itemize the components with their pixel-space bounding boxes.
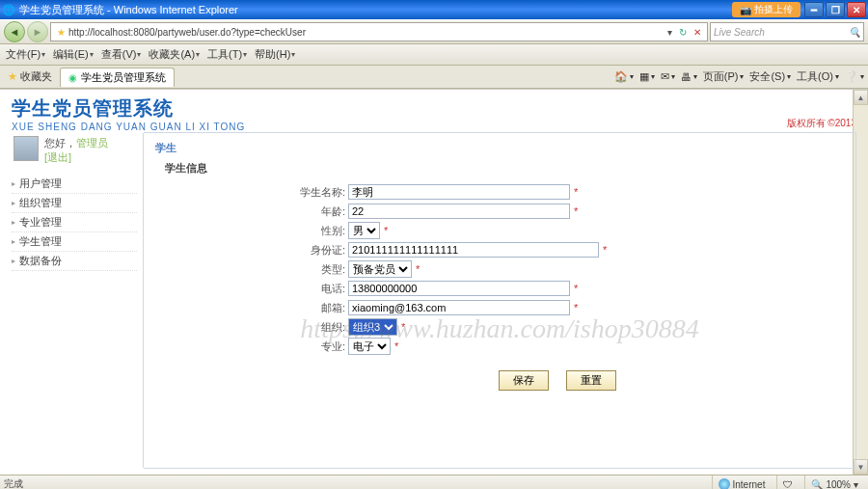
- ie-icon: 🌐: [2, 3, 15, 16]
- save-button[interactable]: 保存: [499, 370, 549, 391]
- label-major: 专业:: [271, 340, 348, 354]
- help-icon[interactable]: ❔▾: [845, 70, 864, 83]
- select-org[interactable]: 组织3: [348, 318, 397, 336]
- close-button[interactable]: ✕: [847, 2, 866, 17]
- address-bar[interactable]: ★ http://localhost:8080/partyweb/user.do…: [50, 22, 708, 41]
- input-idcard[interactable]: [348, 242, 599, 258]
- browser-tab[interactable]: ◉ 学生党员管理系统: [60, 68, 175, 87]
- minimize-button[interactable]: ━: [804, 2, 824, 17]
- app-header: 学生党员管理系统 XUE SHENG DANG YUAN GUAN LI XI …: [0, 90, 868, 132]
- search-placeholder: Live Search: [714, 27, 765, 38]
- chevron-right-icon: ▸: [12, 257, 15, 265]
- globe-icon: [719, 478, 730, 489]
- select-major[interactable]: 电子: [348, 338, 391, 355]
- window-titlebar: 🌐 学生党员管理系统 - Windows Internet Explorer 📷…: [0, 0, 868, 19]
- chevron-right-icon: ▸: [12, 218, 15, 227]
- menu-tools[interactable]: 工具(T)▾: [207, 47, 247, 62]
- upload-badge[interactable]: 📷 拍摄上传: [732, 2, 800, 17]
- menu-file[interactable]: 文件(F)▾: [6, 47, 45, 62]
- star-icon: ★: [8, 70, 17, 83]
- label-phone: 电话:: [271, 282, 348, 296]
- tab-title: 学生党员管理系统: [81, 70, 166, 85]
- ie-menu-row: 文件(F)▾ 编辑(E)▾ 查看(V)▾ 收藏夹(A)▾ 工具(T)▾ 帮助(H…: [0, 44, 868, 66]
- reset-button[interactable]: 重置: [566, 370, 616, 391]
- label-age: 年龄:: [271, 204, 348, 219]
- scroll-up-icon[interactable]: ▲: [854, 90, 868, 105]
- menu-favorites[interactable]: 收藏夹(A)▾: [149, 47, 200, 62]
- print-icon[interactable]: 🖶▾: [681, 71, 697, 83]
- nav-user-mgmt[interactable]: ▸用户管理: [12, 175, 137, 194]
- app-title-cn: 学生党员管理系统: [12, 95, 245, 122]
- search-box[interactable]: Live Search 🔍: [710, 22, 864, 41]
- page-viewport: ▲ ▼ 学生党员管理系统 XUE SHENG DANG YUAN GUAN LI…: [0, 89, 868, 475]
- tools-menu[interactable]: 工具(O)▾: [797, 69, 839, 84]
- label-idcard: 身份证:: [271, 243, 348, 258]
- required-mark: *: [401, 321, 405, 333]
- section-title: 学生信息: [165, 161, 844, 176]
- label-org: 组织:: [271, 320, 348, 335]
- zoom-control[interactable]: 🔍 100% ▾: [804, 475, 864, 489]
- menu-edit[interactable]: 编辑(E)▾: [53, 47, 94, 62]
- copyright: 版权所有 ©2013: [787, 117, 856, 132]
- required-mark: *: [574, 186, 578, 198]
- chevron-right-icon: ▸: [12, 237, 15, 246]
- input-age[interactable]: [348, 204, 570, 219]
- address-dropdown-icon[interactable]: ▾: [665, 27, 675, 38]
- status-text: 完成: [4, 477, 23, 489]
- nav-list: ▸用户管理 ▸组织管理 ▸专业管理 ▸学生管理 ▸数据备份: [12, 175, 137, 271]
- nav-org-mgmt[interactable]: ▸组织管理: [12, 194, 137, 213]
- menu-help[interactable]: 帮助(H)▾: [255, 47, 295, 62]
- app-title-en: XUE SHENG DANG YUAN GUAN LI XI TONG: [12, 122, 245, 132]
- required-mark: *: [416, 263, 420, 275]
- sidebar: 您好，管理员 [退出] ▸用户管理 ▸组织管理 ▸专业管理 ▸学生管理 ▸数据备…: [12, 132, 137, 469]
- favorites-button[interactable]: ★收藏夹: [4, 69, 56, 84]
- nav-backup[interactable]: ▸数据备份: [12, 252, 137, 271]
- label-gender: 性别:: [271, 224, 348, 238]
- breadcrumb: 学生: [155, 141, 844, 155]
- input-email[interactable]: [348, 300, 570, 315]
- back-button[interactable]: ◄: [4, 21, 25, 42]
- menu-view[interactable]: 查看(V)▾: [101, 47, 142, 62]
- logout-link[interactable]: [退出]: [44, 150, 108, 165]
- maximize-button[interactable]: ❐: [826, 2, 845, 17]
- stop-icon[interactable]: ✕: [691, 27, 704, 38]
- select-gender[interactable]: 男: [348, 222, 380, 239]
- ie-command-bar: 🏠▾ ▦▾ ✉▾ 🖶▾ 页面(P)▾ 安全(S)▾ 工具(O)▾ ❔▾: [614, 69, 864, 84]
- safety-menu[interactable]: 安全(S)▾: [749, 69, 791, 84]
- feeds-icon[interactable]: ▦▾: [639, 70, 655, 83]
- mail-icon[interactable]: ✉▾: [661, 70, 675, 83]
- input-phone[interactable]: [348, 281, 570, 296]
- home-icon[interactable]: 🏠▾: [614, 70, 634, 83]
- label-type: 类型:: [271, 262, 348, 277]
- required-mark: *: [394, 340, 398, 352]
- page-icon: ★: [57, 27, 66, 38]
- content-panel: 学生 学生信息 学生名称:* 年龄:* 性别:男* 身份证:* 类型:预备党员*…: [143, 132, 856, 469]
- select-type[interactable]: 预备党员: [348, 260, 412, 278]
- address-url: http://localhost:8080/partyweb/user.do?t…: [68, 27, 665, 38]
- search-icon[interactable]: 🔍: [849, 27, 860, 38]
- user-panel: 您好，管理员 [退出]: [12, 132, 137, 169]
- chevron-right-icon: ▸: [12, 199, 15, 207]
- nav-student-mgmt[interactable]: ▸学生管理: [12, 232, 137, 252]
- label-email: 邮箱:: [271, 301, 348, 315]
- required-mark: *: [603, 244, 607, 256]
- avatar: [14, 136, 39, 161]
- required-mark: *: [574, 302, 578, 313]
- forward-button[interactable]: ►: [27, 21, 48, 42]
- input-name[interactable]: [348, 184, 570, 200]
- nav-major-mgmt[interactable]: ▸专业管理: [12, 213, 137, 232]
- required-mark: *: [384, 225, 388, 236]
- zone-indicator: Internet: [712, 475, 772, 489]
- status-bar: 完成 Internet 🛡 🔍 100% ▾: [0, 475, 868, 489]
- chevron-right-icon: ▸: [12, 179, 15, 188]
- page-menu[interactable]: 页面(P)▾: [703, 69, 745, 84]
- greeting-text: 您好，: [44, 137, 76, 149]
- student-form: 学生名称:* 年龄:* 性别:男* 身份证:* 类型:预备党员* 电话:* 邮箱…: [271, 183, 844, 391]
- required-mark: *: [574, 205, 578, 217]
- window-title: 学生党员管理系统 - Windows Internet Explorer: [19, 3, 238, 17]
- label-name: 学生名称:: [271, 185, 348, 200]
- ie-nav-row: ◄ ► ★ http://localhost:8080/partyweb/use…: [0, 19, 868, 44]
- refresh-icon[interactable]: ↻: [675, 27, 691, 38]
- required-mark: *: [574, 283, 578, 294]
- protected-mode: 🛡: [776, 475, 799, 489]
